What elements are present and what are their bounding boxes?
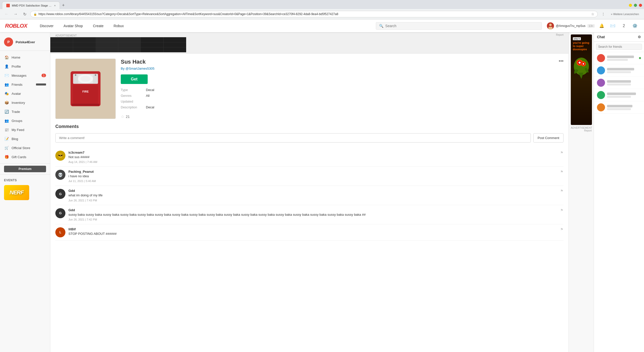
chat-list-item[interactable] [594,77,644,89]
sidebar-item-profile[interactable]: 👤 Profile [0,62,50,71]
sidebar-item-inventory[interactable]: 📦 Inventory [0,98,50,107]
comment-date: Jun 26, 2021 | 7:43 PM [68,199,557,202]
comment-text: Not sus ##### [68,155,557,159]
item-detail: FIRE Sus Hack ••• By @SmartJames5305 [50,54,569,124]
chat-list-item[interactable] [594,89,644,101]
search-input[interactable] [385,24,539,28]
bookmark-icon[interactable]: ☆ [591,12,594,16]
ad-banner: ADVERTISEMENT Report [50,32,569,54]
comment-flag-button[interactable]: ⚑ [560,170,564,183]
right-sidebar: play it you're going to super doomspire [569,32,594,352]
ad-report-button[interactable]: Report [556,33,564,36]
tab-close-icon[interactable]: × [54,4,56,7]
comment-flag-button[interactable]: ⚑ [560,151,564,163]
comment-flag-button[interactable]: ⚑ [560,227,564,237]
comment-input[interactable] [55,133,531,143]
browser-forward-button[interactable]: → [12,11,19,18]
sidebar-item-blog[interactable]: 📝 Blog [0,134,50,143]
settings-button[interactable]: ⚙️ [631,22,639,30]
nav-create[interactable]: Create [88,19,108,32]
browser-back-button[interactable]: ← [3,11,10,18]
browser-tab[interactable]: MMD PDX Satisfaction Stage : D × × [2,2,60,9]
comment-flag-button[interactable]: ⚑ [560,189,564,202]
nav-avatar-shop[interactable]: Avatar Shop [59,19,88,32]
sidebar-username[interactable]: Polska4Ever [16,40,35,44]
trade-icon: 🔄 [4,109,9,114]
post-comment-button[interactable]: Post Comment [533,133,564,143]
comment-avatar: 💀 [55,170,65,180]
chat-name-block [607,68,641,73]
sidebar-item-official-store[interactable]: 🛒 Official Store [0,143,50,152]
sidebar-item-avatar[interactable]: 🎭 Avatar [0,89,50,98]
chat-list-item[interactable] [594,52,644,64]
blog-icon: 📝 [4,136,9,141]
type-value: Decal [146,88,154,92]
chat-list [594,52,644,352]
comment-flag-button[interactable]: ⚑ [560,208,564,221]
window-close-button[interactable] [639,4,642,7]
right-ad-report-button[interactable]: Report [571,129,592,132]
sidebar-item-trade[interactable]: 🔄 Trade [0,107,50,116]
robux-button[interactable]: 2 [620,22,628,30]
chat-name [607,93,636,95]
sidebar-item-my-feed[interactable]: 📰 My Feed [0,125,50,134]
sidebar-item-messages[interactable]: ✉️ Messages 1 [0,71,50,80]
sidebar-item-friends[interactable]: 👥 Friends [0,80,50,89]
chat-list-item[interactable] [594,64,644,77]
comment-username[interactable]: Packing_Peanut [68,170,94,173]
comment-username[interactable]: Gdd [68,208,75,212]
roblox-navbar: ROBLOX Discover Avatar Shop Create Robux… [0,19,644,32]
url-input[interactable] [38,12,590,16]
profile-icon: 👤 [4,64,9,69]
search-icon: 🔍 [379,24,383,28]
avatar-initial: G [59,211,62,215]
extensions-bar[interactable]: » Weitere Lesezeichen [609,13,641,16]
messages-button[interactable]: ✉️ [609,22,617,30]
window-maximize-button[interactable] [634,4,637,7]
roblox-logo[interactable]: ROBLOX [5,23,27,29]
comment-username[interactable]: litBif [68,227,76,231]
get-button[interactable]: Get [121,74,148,84]
chat-list-item[interactable] [594,101,644,114]
svg-rect-17 [78,74,93,83]
browser-menu-button[interactable]: ⋮ [600,11,607,18]
comment-username[interactable]: ic3cream7 [68,151,85,154]
sidebar-divider [0,163,50,164]
svg-point-26 [579,62,581,64]
chat-preview [607,71,631,73]
app-container: ROBLOX Discover Avatar Shop Create Robux… [0,19,644,352]
right-ad[interactable]: play it you're going to super doomspire [571,34,592,125]
notifications-button[interactable]: 🔔 [598,22,606,30]
chat-search-input[interactable] [596,44,642,50]
chat-avatar [597,91,605,99]
nav-links: Discover Avatar Shop Create Robux [35,19,129,32]
sidebar-divider-2 [0,174,50,174]
groups-icon: 👥 [4,118,9,123]
nerf-banner[interactable]: NERF [4,185,46,200]
comment-username[interactable]: Gdd [68,189,75,193]
item-more-options[interactable]: ••• [559,59,564,64]
address-bar[interactable]: 🔒 ☆ [30,11,598,17]
star-icon[interactable]: ☆ [121,114,124,119]
chat-settings-button[interactable]: ⚙ [638,35,641,39]
nav-discover[interactable]: Discover [35,19,58,32]
item-author[interactable]: By @SmartJames5305 [121,67,564,70]
nav-right-actions: @AmogusTru_mpSus 13+ 🔔 ✉️ 2 ⚙️ [547,22,639,30]
sidebar-label-home: Home [12,56,46,59]
nav-user-profile[interactable]: @AmogusTru_mpSus 13+ [547,22,595,29]
store-icon: 🛒 [4,145,9,150]
nav-robux[interactable]: Robux [108,19,129,32]
robux-count: 2 [623,24,625,28]
browser-refresh-button[interactable]: ↻ [21,11,28,18]
comment-avatar: G [55,189,65,199]
svg-rect-20 [72,104,99,106]
sidebar-label-gift-cards: Gift Cards [12,155,46,159]
premium-button[interactable]: Premium [4,166,46,172]
comment-item: 💀 Packing_Peanut i have no idea Jul 11, … [55,167,564,186]
window-minimize-button[interactable] [629,4,632,7]
sidebar-item-groups[interactable]: 👥 Groups [0,116,50,125]
sidebar-item-gift-cards[interactable]: 🎁 Gift Cards [0,152,50,161]
main-layout: P Polska4Ever 🏠 Home 👤 Profile ✉️ Messag… [0,32,644,352]
sidebar-item-home[interactable]: 🏠 Home [0,53,50,62]
new-tab-button[interactable]: + [60,3,67,8]
